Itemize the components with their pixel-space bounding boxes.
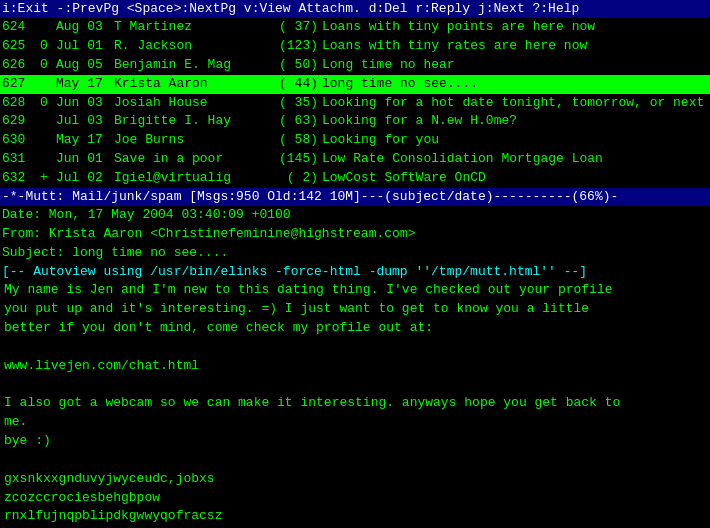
email-date-line: Date: Mon, 17 May 2004 03:40:09 +0100 (2, 206, 708, 225)
table-row[interactable]: 626 0 Aug 05 Benjamin E. Mag ( 50) Long … (0, 56, 710, 75)
table-row[interactable]: 628 0 Jun 03 Josiah House ( 35) Looking … (0, 94, 710, 113)
email-flag (40, 75, 56, 94)
email-count: ( 37) (274, 18, 322, 37)
mutt-status-text: -*-Mutt: Mail/junk/spam [Msgs:950 Old:14… (2, 189, 618, 204)
email-id: 630 (2, 131, 40, 150)
table-row[interactable]: 624 Aug 03 T Martinez ( 37) Loans with t… (0, 18, 710, 37)
table-row[interactable]: 630 May 17 Joe Burns ( 58) Looking for y… (0, 131, 710, 150)
email-id: 632 (2, 169, 40, 188)
email-id: 625 (2, 37, 40, 56)
email-id: 629 (2, 112, 40, 131)
email-subject: Looking for you (322, 131, 708, 150)
email-date: Jun 01 (56, 150, 114, 169)
autoview-bar: [-- Autoview using /usr/bin/elinks -forc… (0, 263, 710, 282)
email-subject: LowCost SoftWare OnCD (322, 169, 708, 188)
email-date: Jul 03 (56, 112, 114, 131)
email-header: Date: Mon, 17 May 2004 03:40:09 +0100 Fr… (0, 206, 710, 263)
email-flag (40, 112, 56, 131)
email-sender: Joe Burns (114, 131, 274, 150)
email-count: ( 35) (274, 94, 322, 113)
email-sender: Brigitte I. Hay (114, 112, 274, 131)
message-body: My name is Jen and I'm new to this datin… (0, 281, 710, 528)
autoview-text: [-- Autoview using /usr/bin/elinks -forc… (2, 264, 587, 279)
email-date: Jul 02 (56, 169, 114, 188)
email-flag: + (40, 169, 56, 188)
email-subject: Low Rate Consolidation Mortgage Loan (322, 150, 708, 169)
email-id: 627 (2, 75, 40, 94)
email-count: (123) (274, 37, 322, 56)
email-id: 628 (2, 94, 40, 113)
email-count: ( 58) (274, 131, 322, 150)
email-sender: T Martinez (114, 18, 274, 37)
email-sender: R. Jackson (114, 37, 274, 56)
table-row[interactable]: 629 Jul 03 Brigitte I. Hay ( 63) Looking… (0, 112, 710, 131)
table-row[interactable]: 631 Jun 01 Save in a poor (145) Low Rate… (0, 150, 710, 169)
message-line: bye :) (4, 432, 706, 451)
email-flag: 0 (40, 56, 56, 75)
email-subject: Loans with tiny points are here now (322, 18, 708, 37)
email-from-line: From: Krista Aaron <Christinefeminine@hi… (2, 225, 708, 244)
email-flag: 0 (40, 37, 56, 56)
message-line: My name is Jen and I'm new to this datin… (4, 281, 706, 300)
message-line: zcozccrociesbehgbpow (4, 489, 706, 508)
message-line (4, 451, 706, 470)
email-subject-line: Subject: long time no see.... (2, 244, 708, 263)
email-count: ( 2) (274, 169, 322, 188)
email-id: 631 (2, 150, 40, 169)
email-id: 624 (2, 18, 40, 37)
message-line: gxsnkxxgnduvyjwyceudc,jobxs (4, 470, 706, 489)
message-line: me. (4, 413, 706, 432)
message-line: better if you don't mind, come check my … (4, 319, 706, 338)
mutt-status-bar: -*-Mutt: Mail/junk/spam [Msgs:950 Old:14… (0, 188, 710, 206)
email-subject: Looking for a hot date tonight, tomorrow… (322, 94, 708, 113)
email-date: May 17 (56, 131, 114, 150)
email-subject: Loans with tiny rates are here now (322, 37, 708, 56)
message-line (4, 338, 706, 357)
email-date: Jul 01 (56, 37, 114, 56)
email-date: Jun 03 (56, 94, 114, 113)
email-sender: Benjamin E. Mag (114, 56, 274, 75)
email-flag (40, 18, 56, 37)
message-line (4, 376, 706, 395)
email-subject: Long time no hear (322, 56, 708, 75)
table-row[interactable]: 632 + Jul 02 Igiel@virtualig ( 2) LowCos… (0, 169, 710, 188)
message-line: I also got a webcam so we can make it in… (4, 394, 706, 413)
email-flag: 0 (40, 94, 56, 113)
top-bar: i:Exit -:PrevPg <Space>:NextPg v:View At… (0, 0, 710, 18)
email-date: Aug 05 (56, 56, 114, 75)
email-date: May 17 (56, 75, 114, 94)
email-sender: Krista Aaron (114, 75, 274, 94)
email-subject: long time no see.... (322, 75, 708, 94)
email-count: (145) (274, 150, 322, 169)
table-row[interactable]: 627 May 17 Krista Aaron ( 44) long time … (0, 75, 710, 94)
email-count: ( 44) (274, 75, 322, 94)
top-bar-text: i:Exit -:PrevPg <Space>:NextPg v:View At… (2, 1, 579, 16)
email-count: ( 63) (274, 112, 322, 131)
email-flag (40, 131, 56, 150)
message-line: rnxlfujnqpblipdkgwwyqofracsz (4, 507, 706, 526)
email-list: 624 Aug 03 T Martinez ( 37) Loans with t… (0, 18, 710, 188)
table-row[interactable]: 625 0 Jul 01 R. Jackson (123) Loans with… (0, 37, 710, 56)
email-sender: Josiah House (114, 94, 274, 113)
email-sender: Save in a poor (114, 150, 274, 169)
email-id: 626 (2, 56, 40, 75)
email-sender: Igiel@virtualig (114, 169, 274, 188)
message-line: www.livejen.com/chat.html (4, 357, 706, 376)
email-subject: Looking for a N.ew H.0me? (322, 112, 708, 131)
email-date: Aug 03 (56, 18, 114, 37)
email-flag (40, 150, 56, 169)
message-line: you put up and it's interesting. =) I ju… (4, 300, 706, 319)
email-count: ( 50) (274, 56, 322, 75)
